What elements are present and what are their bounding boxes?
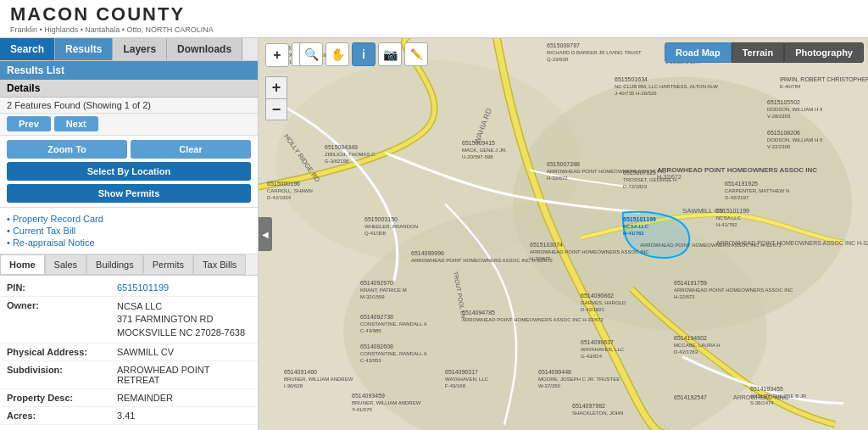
main-area: Search Results Layers Downloads Results … (0, 38, 868, 430)
zoom-to-button[interactable]: Zoom To (7, 140, 127, 159)
prop-row-elevation: Elevation: 3243 (0, 425, 258, 430)
svg-text:6515004349: 6515004349 (325, 144, 358, 150)
prev-next-row: Prev Next (0, 114, 258, 136)
svg-text:6515007125: 6515007125 (623, 170, 656, 176)
svg-text:WAYAHAVEN, LLC: WAYAHAVEN, LLC (581, 347, 625, 352)
svg-text:GARVES, HAROLD: GARVES, HAROLD (581, 300, 626, 305)
svg-text:MOORE, JOSEPH C JR. TRUSTEE: MOORE, JOSEPH C JR. TRUSTEE (538, 377, 620, 382)
map-svg: WAHIA RD SAWMILL CV HOLLY RIDGE RD TROUT… (259, 38, 868, 430)
svg-text:MACK, GENE J JR.: MACK, GENE J JR. (462, 148, 507, 153)
svg-text:6515108206: 6515108206 (767, 130, 800, 136)
prop-row-acres: Acres: 3.41 (0, 407, 258, 425)
magnifier-icon[interactable]: 🔍 (299, 42, 323, 66)
prop-label-pin: PIN: (7, 282, 117, 293)
prop-tab-permits[interactable]: Permits (143, 254, 193, 275)
svg-text:C-43/953: C-43/953 (360, 358, 381, 363)
info-icon[interactable]: i (352, 42, 376, 66)
svg-text:CARROLL, SHAWN: CARROLL, SHAWN (267, 188, 313, 193)
svg-text:ARROWHEAD POINT HOMEOWNERS ASS: ARROWHEAD POINT HOMEOWNERS ASSOC INC (674, 288, 793, 293)
details-tab[interactable]: Details (0, 80, 258, 98)
svg-text:DODSON, WILLIAM H II: DODSON, WILLIAM H II (767, 137, 823, 142)
svg-text:6514092970: 6514092970 (360, 280, 393, 286)
svg-text:CONSTANTINE, RANDALL A: CONSTANTINE, RANDALL A (360, 351, 427, 356)
prop-row-pin: PIN: 6515101199 (0, 279, 258, 297)
svg-text:H-41/762: H-41/762 (623, 231, 644, 236)
map-area[interactable]: WAHIA RD SAWMILL CV HOLLY RIDGE RD TROUT… (259, 38, 868, 430)
svg-text:Q-41/308: Q-41/308 (364, 231, 387, 236)
results-list-header: Results List (0, 61, 258, 80)
prop-row-propdesc: Property Desc: REMAINDER (0, 389, 258, 407)
svg-text:NCSA LLC: NCSA LLC (623, 224, 649, 229)
pan-icon[interactable]: ✋ (326, 42, 349, 66)
prop-tab-taxbills[interactable]: Tax Bills (193, 254, 246, 275)
svg-text:6514094785: 6514094785 (462, 310, 495, 316)
svg-text:H-32/672: H-32/672 (547, 176, 568, 181)
terrain-button[interactable]: Terrain (732, 42, 784, 63)
tab-results[interactable]: Results (55, 38, 113, 60)
svg-text:H-32/672: H-32/672 (530, 256, 551, 261)
edit-icon[interactable]: ✏️ (404, 42, 428, 66)
svg-text:Y-41/070: Y-41/070 (352, 407, 372, 412)
svg-text:6514093459: 6514093459 (352, 393, 385, 399)
prop-label-acres: Acres: (7, 410, 117, 421)
next-button[interactable]: Next (54, 116, 98, 131)
svg-text:S-36/1474: S-36/1474 (750, 400, 774, 405)
zoom-in-icon[interactable]: + (265, 43, 289, 67)
camera-icon[interactable]: 📷 (378, 42, 402, 66)
map-view-buttons: Road Map Terrain Photography (665, 42, 864, 63)
svg-text:6515101199: 6515101199 (716, 208, 749, 214)
property-tabs: Home Sales Buildings Permits Tax Bills (0, 254, 258, 276)
top-tabs: Search Results Layers Downloads (0, 38, 258, 61)
svg-text:6515009415: 6515009415 (462, 140, 495, 146)
prop-value-pin[interactable]: 6515101199 (117, 282, 169, 293)
prop-value-owner: NCSA LLC371 FARMINGTON RDMOCKSVILLE NC 2… (117, 300, 245, 339)
prop-row-subdivision: Subdivision: ARROWHEAD POINT RETREAT (0, 361, 258, 389)
svg-text:CONSTANTINE, RANDALL A: CONSTANTINE, RANDALL A (360, 321, 427, 327)
property-data: PIN: 6515101199 Owner: NCSA LLC371 FARMI… (0, 276, 258, 430)
prev-button[interactable]: Prev (7, 116, 51, 131)
svg-text:6514099996: 6514099996 (411, 250, 444, 256)
current-tax-bill-link[interactable]: • Current Tax Bill (7, 226, 251, 236)
svg-text:NC CLUB BM, LLC HARTNESS, ALTO: NC CLUB BM, LLC HARTNESS, ALTON ALW (615, 84, 718, 89)
prop-label-subdivision: Subdivision: (7, 365, 117, 385)
tab-layers[interactable]: Layers (113, 38, 167, 60)
svg-text:NCSA LLC: NCSA LLC (716, 215, 742, 221)
prop-value-acres: 3.41 (117, 410, 135, 421)
road-map-button[interactable]: Road Map (665, 42, 732, 63)
map-zoom-controls: + − (265, 76, 287, 120)
svg-text:MCCABE, LAURA H: MCCABE, LAURA H (674, 343, 721, 348)
property-record-card-link[interactable]: • Property Record Card (7, 214, 251, 224)
tab-downloads[interactable]: Downloads (167, 38, 242, 60)
svg-text:DODSON, WILLIAM H II: DODSON, WILLIAM H II (767, 107, 823, 112)
svg-text:6514099637: 6514099637 (581, 339, 614, 345)
svg-text:J-40/735    H-28/526: J-40/735 H-28/526 (615, 91, 657, 96)
svg-text:C-43/985: C-43/985 (360, 328, 381, 333)
map-zoom-in-button[interactable]: + (265, 76, 287, 98)
prop-value-propdesc: REMAINDER (117, 393, 173, 403)
prop-tab-home[interactable]: Home (0, 254, 45, 275)
svg-text:6515003150: 6515003150 (364, 216, 398, 222)
prop-value-address: SAWMILL CV (117, 347, 174, 357)
reappraisal-notice-link[interactable]: • Re-appraisal Notice (7, 237, 251, 248)
svg-text:6514096862: 6514096862 (581, 293, 614, 299)
svg-text:BRUNER, WILLIAM ANDREW: BRUNER, WILLIAM ANDREW (284, 377, 353, 382)
svg-text:G-43/824: G-43/824 (581, 354, 603, 359)
select-by-location-button[interactable]: Select By Location (7, 162, 251, 181)
show-permits-button[interactable]: Show Permits (7, 184, 251, 203)
prop-row-owner: Owner: NCSA LLC371 FARMINGTON RDMOCKSVIL… (0, 297, 258, 343)
svg-text:RICHARD D BARKER JR LIVING TRU: RICHARD D BARKER JR LIVING TRUST (547, 50, 642, 55)
collapse-panel-button[interactable]: ◀ (259, 217, 272, 251)
svg-text:V-28/2303: V-28/2303 (767, 114, 791, 119)
tab-search[interactable]: Search (0, 38, 55, 60)
svg-text:F-43/168: F-43/168 (445, 383, 466, 388)
svg-text:SHACKLETON, JOHN: SHACKLETON, JOHN (572, 410, 623, 416)
map-zoom-out-button[interactable]: − (265, 98, 287, 120)
svg-text:6514191759: 6514191759 (674, 280, 707, 286)
prop-tab-sales[interactable]: Sales (45, 254, 87, 275)
svg-text:6514092738: 6514092738 (360, 314, 393, 320)
prop-tab-buildings[interactable]: Buildings (86, 254, 143, 275)
svg-text:6514191925: 6514191925 (725, 181, 758, 187)
photography-button[interactable]: Photography (784, 42, 864, 63)
prop-row-address: Physical Address: SAWMILL CV (0, 343, 258, 361)
clear-button[interactable]: Clear (131, 140, 251, 159)
